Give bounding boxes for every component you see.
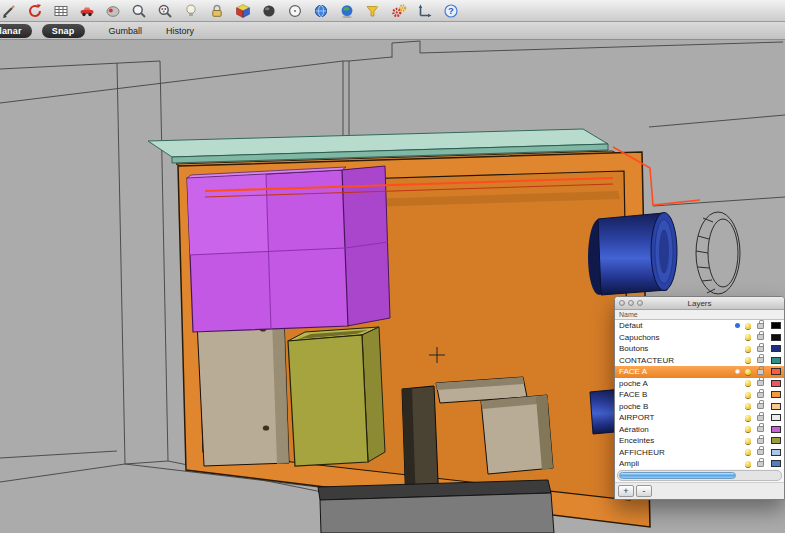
- earth-icon[interactable]: [338, 2, 355, 19]
- layer-color-swatch[interactable]: [771, 357, 781, 364]
- speaker-box[interactable]: [288, 327, 385, 466]
- layer-visibility-bulb-icon[interactable]: [745, 426, 751, 432]
- layer-visibility-bulb-icon[interactable]: [745, 357, 751, 363]
- current-layer-dot[interactable]: [735, 461, 740, 466]
- current-layer-dot[interactable]: [735, 346, 740, 351]
- layer-row[interactable]: FACE B: [615, 389, 784, 401]
- current-layer-dot[interactable]: [735, 415, 740, 420]
- layer-row[interactable]: AIRPORT: [615, 412, 784, 424]
- current-layer-dot[interactable]: [735, 404, 740, 409]
- layer-visibility-bulb-icon[interactable]: [745, 392, 751, 398]
- layer-lock-icon[interactable]: [757, 438, 764, 444]
- layer-color-swatch[interactable]: [771, 449, 781, 456]
- lamp-icon[interactable]: [182, 2, 199, 19]
- layer-lock-icon[interactable]: [757, 380, 764, 386]
- layer-color-swatch[interactable]: [771, 368, 781, 375]
- layer-visibility-bulb-icon[interactable]: [745, 380, 751, 386]
- rotate-view-icon[interactable]: [26, 2, 43, 19]
- layer-name: Défaut: [619, 320, 735, 331]
- layer-color-swatch[interactable]: [771, 426, 781, 433]
- current-layer-dot[interactable]: [735, 450, 740, 455]
- layer-color-swatch[interactable]: [771, 437, 781, 444]
- layer-row[interactable]: Boutons: [615, 343, 784, 355]
- layer-color-swatch[interactable]: [771, 403, 781, 410]
- zoom-icon[interactable]: [130, 2, 147, 19]
- bottom-slab[interactable]: [318, 480, 554, 533]
- layer-lock-icon[interactable]: [757, 392, 764, 398]
- layer-lock-icon[interactable]: [757, 369, 764, 375]
- layer-visibility-bulb-icon[interactable]: [745, 334, 751, 340]
- layer-row[interactable]: poche B: [615, 401, 784, 413]
- gumball-toggle[interactable]: Gumball: [109, 26, 143, 36]
- gears-icon[interactable]: [390, 2, 407, 19]
- layers-panel-titlebar[interactable]: Layers: [615, 297, 784, 310]
- current-layer-dot[interactable]: [735, 381, 740, 386]
- layer-row[interactable]: Capuchons: [615, 332, 784, 344]
- current-layer-dot[interactable]: [735, 427, 740, 432]
- layer-row[interactable]: FACE A: [615, 366, 784, 378]
- lock-icon[interactable]: [208, 2, 225, 19]
- layer-row[interactable]: Ampli: [615, 458, 784, 469]
- planar-toggle[interactable]: Planar: [0, 24, 32, 38]
- shaded-display-icon[interactable]: [104, 2, 121, 19]
- grid-icon[interactable]: [52, 2, 69, 19]
- globe-icon[interactable]: [312, 2, 329, 19]
- current-layer-dot[interactable]: [735, 323, 740, 328]
- layer-lock-icon[interactable]: [757, 415, 764, 421]
- layer-color-swatch[interactable]: [771, 334, 781, 341]
- knob-cylinder-top[interactable]: [588, 213, 677, 296]
- layer-color-swatch[interactable]: [771, 460, 781, 467]
- layer-visibility-bulb-icon[interactable]: [745, 346, 751, 352]
- layer-lock-icon[interactable]: [757, 461, 764, 467]
- layer-lock-icon[interactable]: [757, 357, 764, 363]
- layer-visibility-bulb-icon[interactable]: [745, 461, 751, 467]
- layer-visibility-bulb-icon[interactable]: [745, 438, 751, 444]
- help-icon[interactable]: ?: [442, 2, 459, 19]
- close-button[interactable]: [619, 300, 625, 306]
- current-layer-dot[interactable]: [735, 369, 740, 374]
- layer-row[interactable]: Enceintes: [615, 435, 784, 447]
- minimize-button[interactable]: [628, 300, 634, 306]
- layer-visibility-bulb-icon[interactable]: [745, 415, 751, 421]
- current-layer-dot[interactable]: [735, 438, 740, 443]
- add-layer-button[interactable]: +: [618, 485, 634, 497]
- layer-color-swatch[interactable]: [771, 380, 781, 387]
- cplane-icon[interactable]: [416, 2, 433, 19]
- car-icon[interactable]: [78, 2, 95, 19]
- layer-row[interactable]: CONTACTEUR: [615, 355, 784, 367]
- layer-color-swatch[interactable]: [771, 345, 781, 352]
- layers-horizontal-scrollbar[interactable]: [617, 470, 782, 481]
- layer-row[interactable]: poche A: [615, 378, 784, 390]
- scrollbar-thumb[interactable]: [619, 472, 736, 479]
- current-layer-dot[interactable]: [735, 392, 740, 397]
- layer-lock-icon[interactable]: [757, 403, 764, 409]
- display-cube-icon[interactable]: [234, 2, 251, 19]
- zoom-button[interactable]: [637, 300, 643, 306]
- zoom-extents-icon[interactable]: [156, 2, 173, 19]
- layer-lock-icon[interactable]: [757, 346, 764, 352]
- snap-toggle[interactable]: Snap: [42, 24, 85, 38]
- pen-icon[interactable]: [0, 2, 17, 19]
- layer-visibility-bulb-icon[interactable]: [745, 323, 751, 329]
- circle-icon[interactable]: [286, 2, 303, 19]
- layer-lock-icon[interactable]: [757, 449, 764, 455]
- layer-color-swatch[interactable]: [771, 414, 781, 421]
- layer-lock-icon[interactable]: [757, 426, 764, 432]
- sphere-icon[interactable]: [260, 2, 277, 19]
- layer-color-swatch[interactable]: [771, 322, 781, 329]
- history-toggle[interactable]: History: [166, 26, 194, 36]
- layer-lock-icon[interactable]: [757, 323, 764, 329]
- layer-visibility-bulb-icon[interactable]: [745, 449, 751, 455]
- layer-visibility-bulb-icon[interactable]: [745, 369, 751, 375]
- current-layer-dot[interactable]: [735, 358, 740, 363]
- current-layer-dot[interactable]: [735, 335, 740, 340]
- remove-layer-button[interactable]: -: [636, 485, 652, 497]
- layer-row[interactable]: AFFICHEUR: [615, 447, 784, 459]
- layer-row[interactable]: Aération: [615, 424, 784, 436]
- layer-color-swatch[interactable]: [771, 391, 781, 398]
- left-pocket[interactable]: [197, 317, 289, 466]
- funnel-icon[interactable]: [364, 2, 381, 19]
- layer-row[interactable]: Défaut: [615, 320, 784, 332]
- layer-visibility-bulb-icon[interactable]: [745, 403, 751, 409]
- layer-lock-icon[interactable]: [757, 334, 764, 340]
